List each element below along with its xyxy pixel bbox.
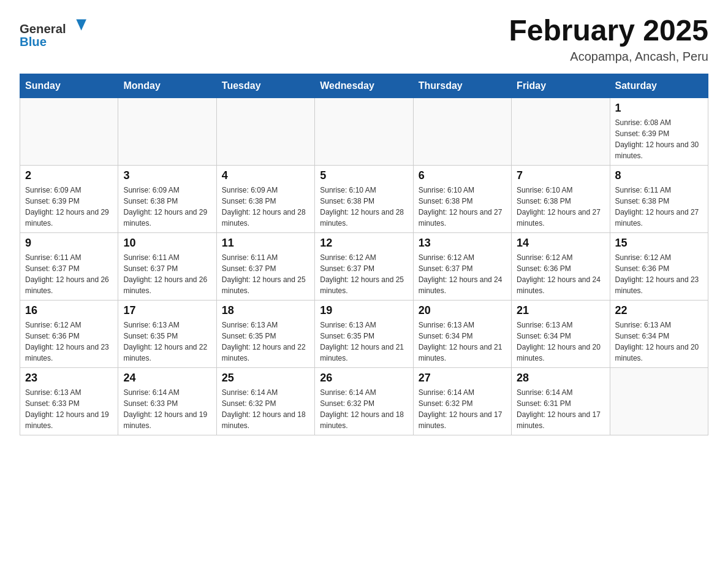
- calendar-cell: 25Sunrise: 6:14 AMSunset: 6:32 PMDayligh…: [216, 367, 314, 435]
- day-info: Sunrise: 6:14 AMSunset: 6:32 PMDaylight:…: [320, 387, 408, 431]
- day-number: 8: [615, 169, 703, 182]
- calendar-cell: 13Sunrise: 6:12 AMSunset: 6:37 PMDayligh…: [413, 232, 511, 300]
- day-info: Sunrise: 6:13 AMSunset: 6:34 PMDaylight:…: [615, 320, 703, 364]
- calendar-day-header: Thursday: [413, 74, 511, 98]
- day-number: 25: [222, 372, 309, 385]
- svg-text:General: General: [20, 22, 66, 36]
- calendar-table: SundayMondayTuesdayWednesdayThursdayFrid…: [20, 74, 708, 435]
- logo: General Blue: [20, 15, 93, 52]
- day-info: Sunrise: 6:10 AMSunset: 6:38 PMDaylight:…: [419, 185, 506, 229]
- calendar-cell: 2Sunrise: 6:09 AMSunset: 6:39 PMDaylight…: [20, 165, 118, 232]
- day-info: Sunrise: 6:08 AMSunset: 6:39 PMDaylight:…: [615, 117, 703, 161]
- location-title: Acopampa, Ancash, Peru: [509, 50, 708, 64]
- day-info: Sunrise: 6:13 AMSunset: 6:34 PMDaylight:…: [419, 320, 506, 364]
- calendar-cell: 19Sunrise: 6:13 AMSunset: 6:35 PMDayligh…: [315, 300, 413, 367]
- day-info: Sunrise: 6:11 AMSunset: 6:37 PMDaylight:…: [25, 252, 113, 296]
- day-number: 21: [517, 304, 604, 317]
- calendar-day-header: Saturday: [610, 74, 708, 98]
- day-info: Sunrise: 6:09 AMSunset: 6:38 PMDaylight:…: [222, 185, 309, 229]
- calendar-cell: 5Sunrise: 6:10 AMSunset: 6:38 PMDaylight…: [315, 165, 413, 232]
- calendar-day-header: Friday: [512, 74, 610, 98]
- calendar-cell: [216, 98, 314, 165]
- day-number: 3: [123, 169, 211, 182]
- day-number: 26: [320, 372, 408, 385]
- day-number: 7: [517, 169, 604, 182]
- day-number: 17: [123, 304, 211, 317]
- calendar-cell: 21Sunrise: 6:13 AMSunset: 6:34 PMDayligh…: [512, 300, 610, 367]
- day-info: Sunrise: 6:12 AMSunset: 6:36 PMDaylight:…: [517, 252, 604, 296]
- day-number: 28: [517, 372, 604, 385]
- calendar-cell: [610, 367, 708, 435]
- day-number: 16: [25, 304, 113, 317]
- day-info: Sunrise: 6:11 AMSunset: 6:37 PMDaylight:…: [222, 252, 309, 296]
- calendar-cell: 26Sunrise: 6:14 AMSunset: 6:32 PMDayligh…: [315, 367, 413, 435]
- calendar-cell: 3Sunrise: 6:09 AMSunset: 6:38 PMDaylight…: [118, 165, 216, 232]
- day-info: Sunrise: 6:14 AMSunset: 6:33 PMDaylight:…: [123, 387, 211, 431]
- day-number: 23: [25, 372, 113, 385]
- day-info: Sunrise: 6:09 AMSunset: 6:39 PMDaylight:…: [25, 185, 113, 229]
- calendar-week-row: 9Sunrise: 6:11 AMSunset: 6:37 PMDaylight…: [20, 232, 708, 300]
- day-number: 20: [419, 304, 506, 317]
- calendar-cell: 15Sunrise: 6:12 AMSunset: 6:36 PMDayligh…: [610, 232, 708, 300]
- day-number: 6: [419, 169, 506, 182]
- calendar-cell: 4Sunrise: 6:09 AMSunset: 6:38 PMDaylight…: [216, 165, 314, 232]
- day-info: Sunrise: 6:10 AMSunset: 6:38 PMDaylight:…: [320, 185, 408, 229]
- calendar-week-row: 2Sunrise: 6:09 AMSunset: 6:39 PMDaylight…: [20, 165, 708, 232]
- day-number: 15: [615, 237, 703, 250]
- calendar-cell: 18Sunrise: 6:13 AMSunset: 6:35 PMDayligh…: [216, 300, 314, 367]
- calendar-cell: 24Sunrise: 6:14 AMSunset: 6:33 PMDayligh…: [118, 367, 216, 435]
- day-info: Sunrise: 6:13 AMSunset: 6:35 PMDaylight:…: [320, 320, 408, 364]
- calendar-cell: 28Sunrise: 6:14 AMSunset: 6:31 PMDayligh…: [512, 367, 610, 435]
- day-number: 5: [320, 169, 408, 182]
- day-info: Sunrise: 6:13 AMSunset: 6:35 PMDaylight:…: [222, 320, 309, 364]
- day-number: 1: [615, 102, 703, 115]
- day-number: 22: [615, 304, 703, 317]
- day-info: Sunrise: 6:14 AMSunset: 6:31 PMDaylight:…: [517, 387, 604, 431]
- calendar-cell: 6Sunrise: 6:10 AMSunset: 6:38 PMDaylight…: [413, 165, 511, 232]
- calendar-cell: 12Sunrise: 6:12 AMSunset: 6:37 PMDayligh…: [315, 232, 413, 300]
- title-block: February 2025 Acopampa, Ancash, Peru: [509, 15, 708, 64]
- day-info: Sunrise: 6:13 AMSunset: 6:33 PMDaylight:…: [25, 387, 113, 431]
- calendar-cell: 27Sunrise: 6:14 AMSunset: 6:32 PMDayligh…: [413, 367, 511, 435]
- day-info: Sunrise: 6:12 AMSunset: 6:36 PMDaylight:…: [615, 252, 703, 296]
- day-number: 19: [320, 304, 408, 317]
- svg-text:Blue: Blue: [20, 35, 47, 48]
- day-info: Sunrise: 6:10 AMSunset: 6:38 PMDaylight:…: [517, 185, 604, 229]
- day-number: 27: [419, 372, 506, 385]
- day-number: 11: [222, 237, 309, 250]
- day-info: Sunrise: 6:12 AMSunset: 6:37 PMDaylight:…: [419, 252, 506, 296]
- day-number: 10: [123, 237, 211, 250]
- day-info: Sunrise: 6:12 AMSunset: 6:36 PMDaylight:…: [25, 320, 113, 364]
- calendar-cell: 9Sunrise: 6:11 AMSunset: 6:37 PMDaylight…: [20, 232, 118, 300]
- day-info: Sunrise: 6:11 AMSunset: 6:38 PMDaylight:…: [615, 185, 703, 229]
- calendar-day-header: Monday: [118, 74, 216, 98]
- calendar-cell: [315, 98, 413, 165]
- calendar-day-header: Sunday: [20, 74, 118, 98]
- day-info: Sunrise: 6:12 AMSunset: 6:37 PMDaylight:…: [320, 252, 408, 296]
- calendar-cell: [20, 98, 118, 165]
- calendar-cell: 17Sunrise: 6:13 AMSunset: 6:35 PMDayligh…: [118, 300, 216, 367]
- day-number: 13: [419, 237, 506, 250]
- calendar-week-row: 23Sunrise: 6:13 AMSunset: 6:33 PMDayligh…: [20, 367, 708, 435]
- day-number: 24: [123, 372, 211, 385]
- day-number: 4: [222, 169, 309, 182]
- calendar-cell: 22Sunrise: 6:13 AMSunset: 6:34 PMDayligh…: [610, 300, 708, 367]
- calendar-day-header: Tuesday: [216, 74, 314, 98]
- calendar-cell: 7Sunrise: 6:10 AMSunset: 6:38 PMDaylight…: [512, 165, 610, 232]
- day-info: Sunrise: 6:14 AMSunset: 6:32 PMDaylight:…: [419, 387, 506, 431]
- calendar-week-row: 16Sunrise: 6:12 AMSunset: 6:36 PMDayligh…: [20, 300, 708, 367]
- day-info: Sunrise: 6:14 AMSunset: 6:32 PMDaylight:…: [222, 387, 309, 431]
- calendar-cell: 11Sunrise: 6:11 AMSunset: 6:37 PMDayligh…: [216, 232, 314, 300]
- day-number: 14: [517, 237, 604, 250]
- calendar-cell: 1Sunrise: 6:08 AMSunset: 6:39 PMDaylight…: [610, 98, 708, 165]
- day-info: Sunrise: 6:13 AMSunset: 6:34 PMDaylight:…: [517, 320, 604, 364]
- day-info: Sunrise: 6:11 AMSunset: 6:37 PMDaylight:…: [123, 252, 211, 296]
- calendar-cell: 14Sunrise: 6:12 AMSunset: 6:36 PMDayligh…: [512, 232, 610, 300]
- calendar-cell: [118, 98, 216, 165]
- day-number: 9: [25, 237, 113, 250]
- logo-svg: General Blue: [20, 15, 93, 52]
- day-number: 12: [320, 237, 408, 250]
- day-number: 18: [222, 304, 309, 317]
- month-title: February 2025: [509, 15, 708, 47]
- day-info: Sunrise: 6:09 AMSunset: 6:38 PMDaylight:…: [123, 185, 211, 229]
